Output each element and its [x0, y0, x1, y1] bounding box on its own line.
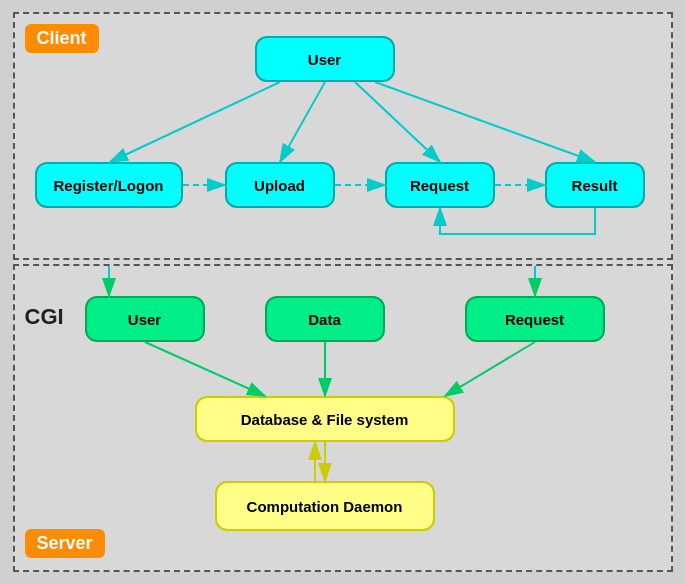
database-box: Database & File system — [195, 396, 455, 442]
client-request-box: Request — [385, 162, 495, 208]
register-box: Register/Logon — [35, 162, 183, 208]
svg-line-3 — [280, 82, 325, 162]
cgi-user-box: User — [85, 296, 205, 342]
cgi-data-box: Data — [265, 296, 385, 342]
svg-line-13 — [145, 342, 265, 396]
client-label: Client — [25, 24, 99, 53]
client-section: Client User Register/Logon Upload Reques… — [13, 12, 673, 260]
upload-box: Upload — [225, 162, 335, 208]
svg-line-4 — [355, 82, 440, 162]
computation-daemon-box: Computation Daemon — [215, 481, 435, 531]
cgi-request-box: Request — [465, 296, 605, 342]
cgi-label: CGI — [25, 304, 64, 330]
server-section: CGI Server User Data Request Database & … — [13, 264, 673, 572]
client-user-box: User — [255, 36, 395, 82]
svg-line-15 — [445, 342, 535, 396]
svg-line-5 — [375, 82, 595, 162]
server-label: Server — [25, 529, 105, 558]
svg-line-2 — [110, 82, 280, 162]
result-box: Result — [545, 162, 645, 208]
main-diagram: Client User Register/Logon Upload Reques… — [13, 12, 673, 572]
